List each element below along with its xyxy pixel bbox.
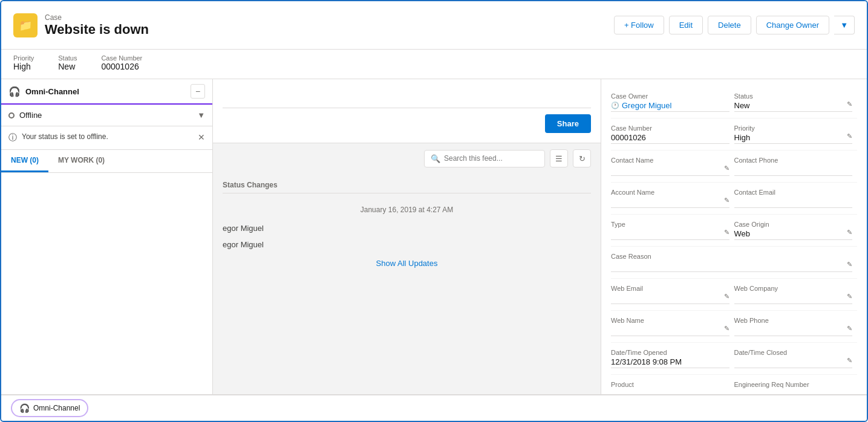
omni-channel-bottom-button[interactable]: 🎧 Omni-Channel: [11, 399, 88, 417]
case-reason-value: [611, 261, 852, 272]
date-closed-value: [734, 357, 853, 368]
case-number-field-value: 00001026: [611, 133, 729, 144]
tab-new[interactable]: NEW (0): [1, 150, 48, 172]
status-field: Status New ✎: [734, 86, 858, 118]
web-email-field: Web Email ✎: [611, 279, 734, 311]
status-edit-pencil[interactable]: ✎: [847, 100, 852, 108]
feed-composer: Share: [213, 79, 601, 143]
product-field: Product: [611, 375, 734, 394]
main-content: 🎧 Omni-Channel − Offline ▼ ⓘ Your status…: [1, 79, 867, 394]
follow-button[interactable]: + Follow: [614, 16, 664, 34]
header-actions: + Follow Edit Delete Change Owner ▼: [614, 16, 855, 34]
omni-status-label: Offline: [19, 111, 42, 120]
web-name-edit-pencil[interactable]: ✎: [724, 325, 729, 333]
web-phone-field: Web Phone ✎: [734, 311, 858, 343]
feed-section-header: Status Changes: [223, 174, 591, 193]
web-email-value: [611, 293, 729, 304]
search-icon: 🔍: [431, 154, 440, 163]
case-number-field-label: Case Number: [611, 125, 729, 132]
web-company-edit-pencil[interactable]: ✎: [847, 293, 852, 300]
web-phone-value: [734, 325, 853, 336]
case-origin-label: Case Origin: [734, 221, 853, 228]
contact-name-value: [611, 165, 729, 176]
case-number-meta: Case Number 00001026: [101, 54, 142, 71]
offline-alert: ⓘ Your status is set to offline. ✕: [1, 126, 212, 150]
status-label: Status: [58, 54, 77, 62]
date-closed-label: Date/Time Closed: [734, 349, 853, 356]
type-value: [611, 229, 729, 240]
change-owner-button[interactable]: Change Owner: [756, 16, 829, 34]
delete-button[interactable]: Delete: [708, 16, 751, 34]
meta-bar: Priority High Status New Case Number 000…: [1, 50, 867, 79]
case-number-value: 00001026: [101, 62, 139, 71]
header-left: 📁 Case Website is down: [13, 13, 149, 37]
header-title-block: Case Website is down: [45, 13, 149, 37]
web-phone-edit-pencil[interactable]: ✎: [847, 325, 852, 333]
priority-label: Priority: [13, 54, 34, 62]
case-origin-field: Case Origin Web ✎: [734, 215, 858, 247]
date-closed-edit-pencil[interactable]: ✎: [847, 357, 852, 365]
alert-close-button[interactable]: ✕: [198, 132, 205, 142]
filter-icon-button[interactable]: ☰: [550, 149, 568, 167]
omni-minimize-button[interactable]: −: [191, 84, 205, 99]
share-button[interactable]: Share: [545, 114, 591, 133]
feed-area: Share 🔍 ☰ ↻ Status Changes January 16, 2…: [213, 79, 601, 394]
omni-sidebar-body: [1, 173, 212, 394]
feed-entry-2: egor Miguel: [223, 236, 591, 253]
status-value: New: [58, 62, 75, 71]
account-name-field: Account Name ✎: [611, 183, 734, 215]
priority-field: Priority High ✎: [734, 118, 858, 151]
feed-toolbar: 🔍 ☰ ↻: [213, 143, 601, 174]
contact-name-edit-pencil[interactable]: ✎: [724, 164, 729, 172]
contact-email-label: Contact Email: [734, 189, 853, 196]
omni-channel-sidebar: 🎧 Omni-Channel − Offline ▼ ⓘ Your status…: [1, 79, 213, 394]
offline-status-dot: [8, 112, 15, 118]
contact-name-label: Contact Name: [611, 157, 729, 164]
web-name-value: [611, 325, 729, 336]
account-name-edit-pencil[interactable]: ✎: [724, 196, 729, 204]
details-grid: Case Owner 🕐 Gregor Miguel Status New ✎ …: [601, 79, 867, 394]
feed-search-input[interactable]: [444, 154, 538, 163]
edit-button[interactable]: Edit: [669, 16, 703, 34]
product-label: Product: [611, 381, 729, 388]
type-label: Type: [611, 221, 729, 228]
tab-my-work[interactable]: MY WORK (0): [48, 150, 114, 172]
page-title: Website is down: [45, 22, 149, 37]
omni-bottom-label: Omni-Channel: [33, 404, 80, 412]
more-actions-button[interactable]: ▼: [834, 16, 855, 34]
case-reason-edit-pencil[interactable]: ✎: [847, 261, 852, 268]
priority-meta: Priority High: [13, 54, 34, 71]
case-origin-value: Web: [734, 229, 853, 240]
case-number-label: Case Number: [101, 54, 142, 62]
omni-header-left: 🎧 Omni-Channel: [8, 86, 79, 97]
status-meta: Status New: [58, 54, 77, 71]
web-company-value: [734, 293, 853, 304]
case-owner-field: Case Owner 🕐 Gregor Miguel: [611, 86, 734, 118]
info-icon: ⓘ: [8, 132, 17, 143]
status-field-label: Status: [734, 93, 853, 100]
priority-edit-pencil[interactable]: ✎: [847, 132, 852, 140]
case-origin-edit-pencil[interactable]: ✎: [847, 229, 852, 236]
contact-name-field: Contact Name ✎: [611, 151, 734, 183]
web-phone-label: Web Phone: [734, 317, 853, 324]
refresh-icon-button[interactable]: ↻: [573, 149, 591, 167]
omni-icon: 🎧: [8, 86, 21, 97]
omni-status-chevron[interactable]: ▼: [197, 111, 205, 120]
case-header: 📁 Case Website is down + Follow Edit Del…: [1, 1, 867, 50]
type-edit-pencil[interactable]: ✎: [724, 229, 729, 236]
eng-req-value: [734, 389, 853, 394]
show-all-updates-link[interactable]: Show All Updates: [223, 253, 591, 274]
web-email-edit-pencil[interactable]: ✎: [724, 293, 729, 300]
account-name-label: Account Name: [611, 189, 729, 196]
omni-status-row: Offline ▼: [1, 105, 212, 126]
priority-value: High: [13, 62, 31, 71]
web-email-label: Web Email: [611, 285, 729, 292]
product-value: [611, 389, 729, 394]
omni-panel-label: Omni-Channel: [25, 87, 79, 96]
case-owner-value[interactable]: 🕐 Gregor Miguel: [611, 101, 729, 112]
composer-input[interactable]: [223, 89, 591, 108]
priority-field-value: High: [734, 133, 853, 144]
date-opened-value: 12/31/2018 9:08 PM: [611, 357, 729, 368]
contact-phone-value: [734, 165, 853, 176]
date-opened-field: Date/Time Opened 12/31/2018 9:08 PM: [611, 343, 734, 375]
